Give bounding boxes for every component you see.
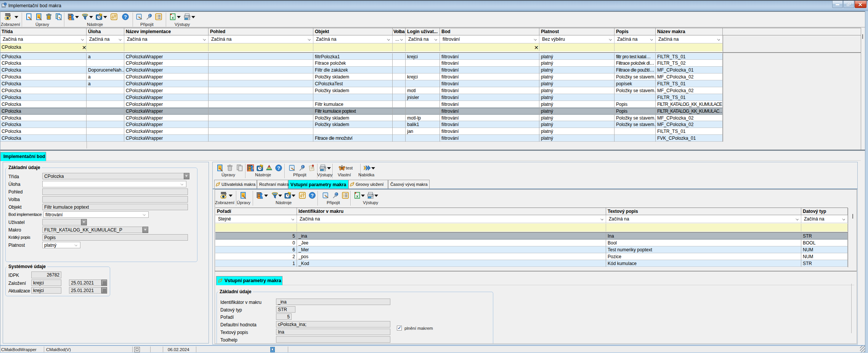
svg-text:?: ?: [311, 193, 314, 198]
svg-text:x: x: [356, 194, 359, 198]
svg-text:x: x: [172, 15, 174, 20]
svg-text:?: ?: [277, 165, 280, 171]
svg-text:?: ?: [124, 14, 127, 20]
